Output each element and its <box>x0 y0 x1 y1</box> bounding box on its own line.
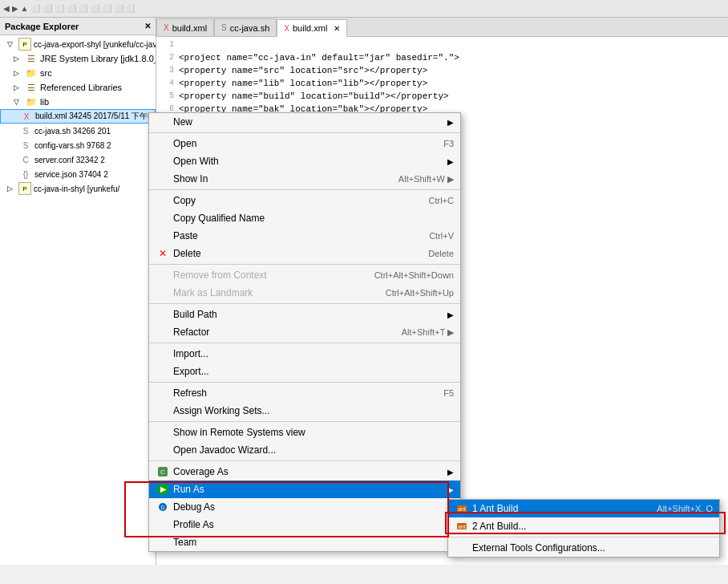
mark-landmark-icon <box>156 286 170 299</box>
context-menu: New ▶ Open F3 Open With ▶ Show In Alt+Sh… <box>148 112 461 552</box>
menu-item-refactor[interactable]: Refactor Alt+Shift+T ▶ <box>149 323 460 341</box>
tree-item-config-vars[interactable]: S config-vars.sh 9768 2 <box>0 138 156 152</box>
menu-item-assign-working[interactable]: Assign Working Sets... <box>149 402 460 420</box>
top-toolbar: ◀ ▶ ▲ ⬜ ⬜ ⬜ ⬜ ⬜ ⬜ ⬜ ⬜ ⬜ <box>0 0 728 18</box>
toolbar-icons: ◀ ▶ ▲ ⬜ ⬜ ⬜ ⬜ ⬜ ⬜ ⬜ ⬜ ⬜ <box>3 4 135 13</box>
menu-item-copy[interactable]: Copy Ctrl+C <box>149 192 460 209</box>
tree-item-lib[interactable]: ▽ 📁 lib <box>0 95 156 109</box>
menu-item-export[interactable]: Export... <box>149 363 460 380</box>
menu-item-label: Open Javadoc Wizard... <box>173 444 454 456</box>
ant-icon: ant <box>455 502 469 515</box>
menu-item-label: Coverage As <box>173 466 447 477</box>
svg-text:C: C <box>160 468 165 476</box>
tree-item-label: lib <box>40 97 49 107</box>
open-javadoc-icon <box>156 444 170 456</box>
menu-item-show-in[interactable]: Show In Alt+Shift+W ▶ <box>149 170 460 188</box>
sh-tab-icon: S <box>221 23 227 32</box>
menu-item-label: Delete <box>173 248 412 259</box>
copy-qualified-icon <box>156 212 170 225</box>
expand-icon: ▷ <box>10 67 22 79</box>
tree-item-src[interactable]: ▷ 📁 src <box>0 66 156 80</box>
menu-item-coverage-as[interactable]: C Coverage As ▶ <box>149 463 460 481</box>
tree-item-jre[interactable]: ▷ ☰ JRE System Library [jdk1.8.0_144] <box>0 51 156 66</box>
menu-item-delete[interactable]: ✕ Delete Delete <box>149 245 460 262</box>
tree-item-build-xml[interactable]: X build.xml 34245 2017/5/11 下午5:42 zenqv… <box>0 109 156 124</box>
menu-item-refresh[interactable]: Refresh F5 <box>149 384 460 402</box>
submenu-item-label: 1 Ant Build <box>472 503 518 514</box>
paste-icon <box>156 229 170 242</box>
menu-item-remove-context[interactable]: Remove from Context Ctrl+Alt+Shift+Down <box>149 266 460 284</box>
menu-item-run-as[interactable]: ▶ Run As ▶ <box>149 481 460 498</box>
submenu-arrow: ▶ <box>447 468 454 477</box>
tree-item-project[interactable]: ▽ P cc-java-export-shyl [yunkefu/cc-java… <box>0 37 156 51</box>
new-icon <box>156 116 170 128</box>
lib-icon: ☰ <box>25 81 38 94</box>
xml-icon: X <box>20 110 33 123</box>
menu-item-paste[interactable]: Paste Ctrl+V <box>149 227 460 245</box>
menu-item-profile-as[interactable]: Profile As ▶ <box>149 516 460 533</box>
submenu-item-ant-build-1[interactable]: ant 1 Ant Build Alt+Shift+X, Q <box>448 500 719 517</box>
submenu-item-external-tools[interactable]: External Tools Configurations... <box>448 539 719 557</box>
tree-item-server-conf[interactable]: C server.conf 32342 2 <box>0 152 156 167</box>
expand-icon: ▷ <box>10 81 22 94</box>
tab-build-xml-1[interactable]: X build.xml <box>156 18 214 36</box>
ant-icon-2: ant <box>455 520 469 533</box>
tab-build-xml-2[interactable]: X build.xml ✕ <box>277 19 347 37</box>
folder-icon: 📁 <box>25 67 38 79</box>
show-remote-icon <box>156 426 170 439</box>
submenu-arrow: ▶ <box>447 485 454 494</box>
tree-item-service-json[interactable]: {} service.json 37404 2 <box>0 167 156 181</box>
tree-item-ref-lib[interactable]: ▷ ☰ Referenced Libraries <box>0 80 156 95</box>
shortcut-label: Ctrl+Alt+Shift+Up <box>386 288 454 298</box>
menu-item-show-remote[interactable]: Show in Remote Systems view <box>149 424 460 441</box>
profile-icon <box>156 518 170 531</box>
menu-item-label: Run As <box>173 484 447 495</box>
run-as-submenu: ant 1 Ant Build Alt+Shift+X, Q ant 2 Ant… <box>447 499 720 558</box>
tree-item-label: build.xml 34245 2017/5/11 下午5:42 zenqvx <box>35 111 156 122</box>
project-icon: P <box>18 38 31 51</box>
tree-item-label: cc-java-export-shyl [yunkefu/cc-java-exp… <box>34 40 156 49</box>
expand-icon: ▷ <box>10 52 22 65</box>
remove-context-icon <box>156 269 170 282</box>
tree-item-label: JRE System Library [jdk1.8.0_144] <box>40 54 156 63</box>
menu-item-label: Refresh <box>173 387 427 399</box>
menu-item-mark-landmark[interactable]: Mark as Landmark Ctrl+Alt+Shift+Up <box>149 284 460 302</box>
menu-item-label: Profile As <box>173 519 447 530</box>
menu-separator <box>149 264 460 265</box>
tree-item-label: config-vars.sh 9768 2 <box>34 141 111 150</box>
menu-item-team[interactable]: Team ▶ <box>149 533 460 551</box>
shortcut-label: Delete <box>428 249 454 258</box>
menu-item-label: Team <box>173 537 447 548</box>
menu-item-new[interactable]: New ▶ <box>149 113 460 131</box>
tree-item-cc-java-in[interactable]: ▷ P cc-java-in-shyl [yunkefu/ <box>0 181 156 196</box>
menu-item-build-path[interactable]: Build Path ▶ <box>149 306 460 323</box>
tab-close-icon[interactable]: ✕ <box>334 24 340 33</box>
menu-item-label: Copy Qualified Name <box>173 213 454 224</box>
shortcut-label: F3 <box>443 139 454 148</box>
debug-icon: D <box>156 501 170 513</box>
menu-item-copy-qualified[interactable]: Copy Qualified Name <box>149 209 460 227</box>
submenu-arrow: ▶ <box>447 310 454 319</box>
menu-item-open-with[interactable]: Open With ▶ <box>149 152 460 170</box>
tree-item-label: src <box>40 68 52 78</box>
panel-close-icon[interactable]: ✕ <box>144 22 151 30</box>
tab-cc-java-sh[interactable]: S cc-java.sh <box>214 18 277 36</box>
tree-item-cc-java-sh[interactable]: S cc-java.sh 34266 201 <box>0 124 156 138</box>
menu-item-open[interactable]: Open F3 <box>149 135 460 152</box>
submenu-item-label: External Tools Configurations... <box>472 542 605 554</box>
menu-item-import[interactable]: Import... <box>149 345 460 363</box>
tab-label: build.xml <box>172 23 207 33</box>
submenu-item-label: 2 Ant Build... <box>472 521 526 532</box>
folder-icon: 📁 <box>25 95 38 108</box>
submenu-arrow: ▶ <box>447 157 454 166</box>
submenu-item-ant-build-2[interactable]: ant 2 Ant Build... <box>448 517 719 535</box>
menu-separator <box>149 189 460 190</box>
assign-working-icon <box>156 404 170 417</box>
menu-item-label: Import... <box>173 348 454 359</box>
export-icon <box>156 365 170 378</box>
menu-item-debug-as[interactable]: D Debug As ▶ <box>149 498 460 516</box>
menu-item-open-javadoc[interactable]: Open Javadoc Wizard... <box>149 441 460 459</box>
menu-separator <box>149 421 460 422</box>
shortcut-label: Alt+Shift+W ▶ <box>398 174 454 185</box>
tree-item-label: service.json 37404 2 <box>34 170 108 179</box>
